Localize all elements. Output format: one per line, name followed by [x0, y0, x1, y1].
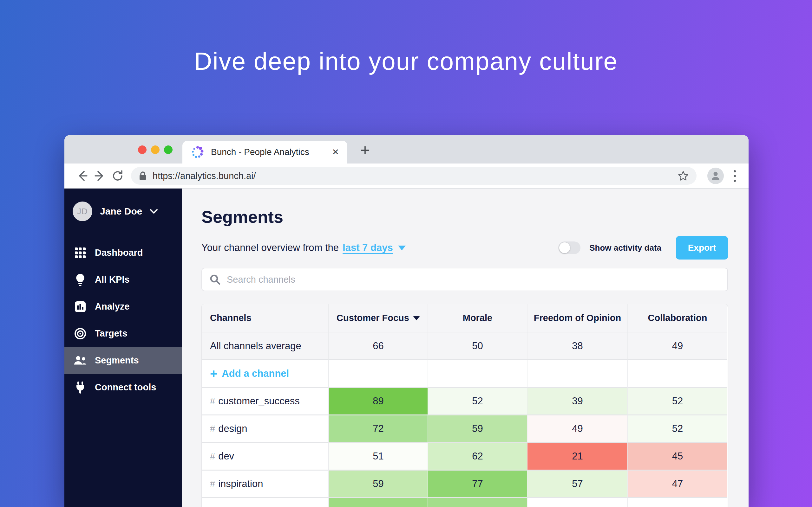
average-row: All channels average 66 50 38 49	[202, 332, 728, 359]
sidebar-item-targets[interactable]: Targets	[64, 320, 182, 347]
sidebar-item-connect-tools[interactable]: Connect tools	[64, 374, 182, 401]
user-name: Jane Doe	[100, 206, 142, 217]
tab-title: Bunch - People Analytics	[211, 147, 323, 157]
plus-icon: +	[210, 367, 217, 381]
browser-window: Bunch - People Analytics ✕ +	[64, 135, 749, 507]
page-title: Segments	[201, 207, 728, 227]
average-value: 49	[627, 332, 727, 359]
marketing-backdrop: Dive deep into your company culture	[0, 0, 812, 507]
user-profile[interactable]: JD Jane Doe	[64, 201, 182, 222]
channel-name[interactable]: #design	[202, 414, 328, 442]
score-cell: 52	[627, 387, 727, 414]
search-icon	[209, 274, 221, 285]
minimize-window-button[interactable]	[151, 146, 159, 154]
sidebar-item-label: All KPIs	[95, 274, 130, 285]
score-cell: 72	[328, 414, 427, 442]
channel-name[interactable]: #dev	[202, 442, 328, 469]
hash-icon: #	[210, 451, 215, 462]
channel-name[interactable]: #inspiration	[202, 469, 328, 497]
grid-icon	[74, 247, 87, 259]
maximize-window-button[interactable]	[164, 146, 172, 154]
people-icon	[74, 355, 87, 366]
channel-row-design[interactable]: #design72594952	[202, 414, 728, 442]
show-activity-toggle[interactable]	[558, 241, 580, 254]
sidebar-item-label: Connect tools	[95, 382, 156, 393]
address-bar[interactable]: https://analytics.bunch.ai/	[131, 167, 697, 185]
sidebar-item-segments[interactable]: Segments	[64, 347, 182, 374]
col-header-freedom-of-opinion[interactable]: Freedom of Opinion	[527, 304, 627, 332]
plug-icon	[74, 381, 87, 394]
score-cell: 39	[527, 387, 627, 414]
sidebar-nav: Dashboard All KPIs	[64, 239, 182, 401]
add-channel-button[interactable]: + Add a channel	[202, 359, 328, 387]
channel-name[interactable]: #marketing	[202, 497, 328, 507]
col-header-morale[interactable]: Morale	[427, 304, 527, 332]
browser-toolbar: https://analytics.bunch.ai/	[64, 164, 749, 188]
browser-menu-icon[interactable]	[728, 170, 741, 182]
col-header-collaboration[interactable]: Collaboration	[627, 304, 727, 332]
hash-icon: #	[210, 424, 215, 434]
bookmark-star-icon[interactable]	[677, 170, 689, 181]
browser-tabstrip: Bunch - People Analytics ✕ +	[64, 135, 749, 164]
col-header-channels[interactable]: Channels	[202, 304, 328, 332]
browser-profile-icon[interactable]	[707, 168, 724, 184]
col-header-customer-focus[interactable]: Customer Focus	[328, 304, 427, 332]
score-cell: 51	[328, 442, 427, 469]
new-tab-button[interactable]: +	[355, 140, 375, 160]
score-cell: 45	[627, 442, 727, 469]
channel-row-customer_success[interactable]: #customer_success89523952	[202, 387, 728, 414]
user-avatar: JD	[72, 202, 92, 221]
score-cell: 62	[427, 442, 527, 469]
channel-row-inspiration[interactable]: #inspiration59775747	[202, 469, 728, 497]
tab-close-icon[interactable]: ✕	[332, 147, 339, 157]
reload-icon[interactable]	[109, 167, 126, 185]
page-subtitle: Your channel overview from the last 7 da…	[201, 242, 406, 253]
score-cell: 50	[527, 497, 627, 507]
export-button[interactable]: Export	[676, 236, 728, 260]
search-input[interactable]	[227, 274, 720, 285]
score-cell: 77	[427, 469, 527, 497]
channel-row-dev[interactable]: #dev51622145	[202, 442, 728, 469]
sort-desc-icon	[413, 316, 420, 320]
score-cell: 52	[427, 387, 527, 414]
add-channel-row: + Add a channel	[202, 359, 728, 387]
segments-page: Segments Your channel overview from the …	[182, 188, 749, 507]
score-cell: 21	[527, 442, 627, 469]
browser-tab[interactable]: Bunch - People Analytics ✕	[183, 141, 347, 164]
sidebar-item-label: Segments	[95, 355, 139, 366]
score-cell: 52	[627, 414, 727, 442]
target-icon	[74, 328, 87, 340]
score-cell: 75	[427, 497, 527, 507]
hash-icon: #	[210, 506, 215, 507]
date-range-dropdown[interactable]: last 7 days	[343, 242, 393, 253]
url-text: https://analytics.bunch.ai/	[153, 171, 672, 181]
sidebar-item-all-kpis[interactable]: All KPIs	[64, 266, 182, 293]
channels-table: Channels Customer Focus Morale Freedom o…	[201, 304, 728, 507]
score-cell: 50	[627, 497, 727, 507]
chevron-down-icon	[150, 209, 158, 214]
close-window-button[interactable]	[138, 146, 147, 154]
hash-icon: #	[210, 479, 215, 489]
headline: Dive deep into your company culture	[0, 47, 812, 76]
table-header-row: Channels Customer Focus Morale Freedom o…	[202, 304, 728, 332]
score-cell: 49	[527, 414, 627, 442]
sidebar-item-dashboard[interactable]: Dashboard	[64, 239, 182, 266]
search-channels-bar	[201, 268, 728, 291]
score-cell: 59	[328, 469, 427, 497]
score-cell: 57	[527, 469, 627, 497]
sidebar-item-label: Targets	[95, 328, 128, 339]
sidebar-item-label: Analyze	[95, 301, 130, 312]
average-row-label: All channels average	[202, 332, 328, 359]
back-icon[interactable]	[73, 167, 91, 185]
average-value: 66	[328, 332, 427, 359]
channel-name[interactable]: #customer_success	[202, 387, 328, 414]
channel-row-marketing[interactable]: #marketing75755050	[202, 497, 728, 507]
hash-icon: #	[210, 396, 215, 406]
score-cell: 75	[328, 497, 427, 507]
average-value: 50	[427, 332, 527, 359]
forward-icon[interactable]	[91, 167, 109, 185]
dropdown-caret-icon[interactable]	[398, 245, 406, 250]
sidebar-item-analyze[interactable]: Analyze	[64, 293, 182, 320]
score-cell: 59	[427, 414, 527, 442]
favicon-bunch-dots-icon	[191, 145, 205, 159]
